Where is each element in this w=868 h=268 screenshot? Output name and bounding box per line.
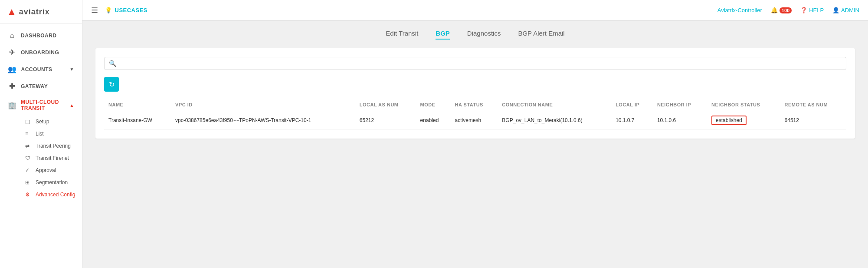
tab-bgp[interactable]: BGP [436, 30, 450, 40]
notifications-link[interactable]: 🔔 100 [771, 7, 792, 13]
admin-label: ADMIN [841, 7, 859, 13]
search-input[interactable] [120, 60, 842, 67]
col-neighbor-status: NEIGHBOR STATUS [707, 99, 780, 111]
sidebar-item-advanced-config-label: Advanced Config [36, 192, 75, 198]
transit-peering-icon: ⇌ [25, 143, 32, 149]
tab-bgp-alert-email[interactable]: BGP Alert Email [518, 30, 564, 40]
aviatrix-logo[interactable]: ▲ aviatrix [7, 6, 50, 17]
cell-remote_as_num: 64512 [780, 111, 846, 130]
segmentation-icon: ⊞ [25, 179, 32, 185]
cell-name: Transit-Insane-GW [104, 111, 171, 130]
cell-vpc_id: vpc-0386785e6ea43f950~~TPoPN-AWS-Transit… [171, 111, 355, 130]
list-icon: ≡ [25, 131, 32, 137]
notification-badge: 100 [780, 7, 792, 13]
sidebar-item-multi-cloud-transit[interactable]: 🏢 Multi-Cloud Transit ▲ [0, 95, 82, 116]
dashboard-icon: ⌂ [8, 32, 16, 40]
sidebar-item-accounts-label: Accounts [21, 66, 52, 73]
sidebar-item-transit-peering[interactable]: ⇌ Transit Peering [21, 140, 82, 152]
usecases-label: USECASES [115, 7, 148, 13]
topbar-left: ☰ 💡 USECASES [91, 6, 147, 15]
sidebar-item-onboarding[interactable]: ✈ Onboarding [0, 44, 82, 61]
help-label: HELP [809, 7, 824, 13]
sidebar-item-gateway[interactable]: ✚ Gateway [0, 78, 82, 95]
cell-local_ip: 10.1.0.7 [611, 111, 653, 130]
sidebar-item-dashboard-label: Dashboard [21, 33, 57, 39]
logo-area: ▲ aviatrix [0, 0, 82, 24]
sidebar-item-transit-peering-label: Transit Peering [36, 143, 71, 149]
sidebar-item-list-label: List [36, 131, 44, 137]
col-mode: MODE [416, 99, 451, 111]
help-question-icon: ❓ [800, 7, 807, 13]
col-ha-status: HA STATUS [451, 99, 498, 111]
cell-ha_status: activemesh [451, 111, 498, 130]
transit-arrow-icon: ▲ [70, 103, 74, 108]
col-name: NAME [104, 99, 171, 111]
table-header: NAME VPC ID LOCAL AS NUM MODE HA STATUS … [104, 99, 846, 111]
col-local-as-num: LOCAL AS NUM [355, 99, 416, 111]
col-neighbor-ip: NEIGHBOR IP [653, 99, 707, 111]
help-link[interactable]: ❓ HELP [800, 7, 824, 13]
topbar: ☰ 💡 USECASES Aviatrix-Controller 🔔 100 ❓… [82, 0, 868, 21]
main-content: ☰ 💡 USECASES Aviatrix-Controller 🔔 100 ❓… [82, 0, 868, 268]
admin-user-icon: 👤 [832, 7, 839, 13]
sidebar-sub-menu: ▢ Setup ≡ List ⇌ Transit Peering 🛡 Trans… [0, 116, 82, 201]
sidebar-item-transit-firenet-label: Transit Firenet [36, 155, 69, 161]
sidebar-item-setup[interactable]: ▢ Setup [21, 116, 82, 128]
page-content: Edit Transit BGP Diagnostics BGP Alert E… [82, 21, 868, 268]
sidebar-item-transit-firenet[interactable]: 🛡 Transit Firenet [21, 152, 82, 164]
transit-firenet-icon: 🛡 [25, 155, 32, 161]
col-vpc-id: VPC ID [171, 99, 355, 111]
table-body: Transit-Insane-GWvpc-0386785e6ea43f950~~… [104, 111, 846, 130]
multi-cloud-transit-icon: 🏢 [8, 101, 16, 109]
approval-icon: ✓ [25, 167, 32, 173]
sidebar-item-list[interactable]: ≡ List [21, 128, 82, 140]
logo-icon: ▲ [7, 6, 16, 17]
accounts-icon: 👥 [8, 65, 17, 73]
admin-link[interactable]: 👤 ADMIN [832, 7, 859, 13]
bgp-table: NAME VPC ID LOCAL AS NUM MODE HA STATUS … [104, 99, 846, 130]
sidebar-item-setup-label: Setup [36, 119, 49, 125]
neighbor-status-badge: established [711, 116, 747, 125]
cell-connection_name: BGP_ov_LAN_to_Meraki(10.1.0.6) [498, 111, 611, 130]
hamburger-icon[interactable]: ☰ [91, 6, 98, 15]
sidebar-item-gateway-label: Gateway [21, 83, 48, 89]
refresh-button[interactable]: ↻ [104, 77, 119, 92]
tab-bar: Edit Transit BGP Diagnostics BGP Alert E… [95, 30, 855, 40]
usecases-bulb-icon: 💡 [105, 7, 112, 13]
sidebar-nav: ⌂ Dashboard ✈ Onboarding 👥 Accounts ▼ ✚ … [0, 24, 82, 268]
gateway-icon: ✚ [8, 82, 16, 90]
sidebar-item-segmentation-label: Segmentation [36, 179, 68, 185]
refresh-icon: ↻ [109, 80, 115, 89]
sidebar-item-approval[interactable]: ✓ Approval [21, 164, 82, 176]
sidebar-item-multi-cloud-transit-label: Multi-Cloud Transit [21, 99, 66, 111]
cell-local_as_num: 65212 [355, 111, 416, 130]
sidebar-item-approval-label: Approval [36, 167, 56, 173]
controller-link[interactable]: Aviatrix-Controller [717, 7, 762, 13]
bell-icon: 🔔 [771, 7, 778, 13]
table-row: Transit-Insane-GWvpc-0386785e6ea43f950~~… [104, 111, 846, 130]
sidebar: ▲ aviatrix ⌂ Dashboard ✈ Onboarding 👥 Ac… [0, 0, 82, 268]
onboarding-icon: ✈ [8, 48, 16, 56]
col-local-ip: LOCAL IP [611, 99, 653, 111]
cell-mode: enabled [416, 111, 451, 130]
advanced-config-icon: ⚙ [25, 192, 32, 198]
search-bar[interactable]: 🔍 [104, 57, 846, 70]
tab-diagnostics[interactable]: Diagnostics [467, 30, 501, 40]
cell-neighbor_ip: 10.1.0.6 [653, 111, 707, 130]
logo-text: aviatrix [19, 7, 50, 17]
bgp-card: 🔍 ↻ NAME VPC ID LOCAL AS NUM MODE HA STA… [95, 48, 855, 139]
search-icon: 🔍 [109, 60, 116, 67]
tab-edit-transit[interactable]: Edit Transit [386, 30, 418, 40]
accounts-arrow-icon: ▼ [70, 67, 74, 72]
sidebar-item-segmentation[interactable]: ⊞ Segmentation [21, 176, 82, 189]
col-remote-as-num: REMOTE AS NUM [780, 99, 846, 111]
sidebar-item-advanced-config[interactable]: ⚙ Advanced Config [21, 189, 82, 201]
sidebar-item-accounts[interactable]: 👥 Accounts ▼ [0, 61, 82, 78]
usecases-link[interactable]: 💡 USECASES [105, 7, 147, 13]
setup-icon: ▢ [25, 119, 32, 125]
sidebar-item-onboarding-label: Onboarding [21, 50, 59, 56]
sidebar-item-dashboard[interactable]: ⌂ Dashboard [0, 27, 82, 44]
topbar-right: Aviatrix-Controller 🔔 100 ❓ HELP 👤 ADMIN [717, 7, 859, 13]
col-connection-name: CONNECTION NAME [498, 99, 611, 111]
cell-neighbor_status: established [707, 111, 780, 130]
